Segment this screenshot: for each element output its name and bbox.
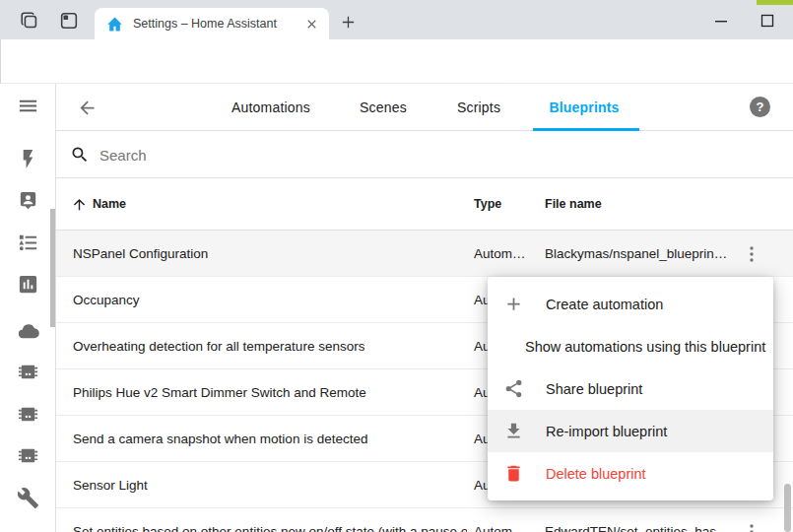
row-menu-icon[interactable] — [740, 242, 763, 266]
tab-title: Settings – Home Assistant — [133, 17, 304, 31]
blueprint-context-menu: Create automation Show automations using… — [488, 277, 773, 500]
tab-automations[interactable]: Automations — [231, 84, 310, 131]
menu-item-create-automation[interactable]: Create automation — [488, 283, 773, 325]
row-name: Sensor Light — [73, 462, 148, 508]
person-badge-icon[interactable] — [17, 189, 39, 212]
lightning-icon[interactable] — [17, 148, 39, 170]
menu-item-show-automations[interactable]: Show automations using this blueprint — [488, 325, 773, 367]
menu-item-share-blueprint[interactable]: Share blueprint — [488, 367, 773, 410]
maximize-icon[interactable] — [759, 12, 776, 30]
download-icon — [503, 421, 524, 441]
row-name: Occupancy — [73, 277, 140, 323]
menu-item-label: Re-import blueprint — [546, 424, 667, 439]
tab-scenes[interactable]: Scenes — [360, 84, 407, 131]
row-name: Philips Hue v2 Smart Dimmer Switch and R… — [73, 369, 366, 416]
tab-scripts[interactable]: Scripts — [457, 84, 500, 131]
sidebar-scrollbar[interactable] — [50, 209, 55, 327]
menu-item-label: Delete blueprint — [546, 466, 646, 482]
new-tab-icon[interactable] — [340, 14, 362, 35]
menu-item-label: Share blueprint — [546, 381, 642, 397]
menu-item-reimport-blueprint[interactable]: Re-import blueprint — [488, 410, 773, 452]
help-button[interactable]: ? — [750, 97, 770, 117]
desktop-edge-strip — [757, 0, 793, 5]
table-row[interactable]: Set entities based on other entities new… — [56, 508, 793, 532]
row-file: EdwardTEN/set_entities_bas… — [545, 508, 730, 532]
table-row[interactable]: NSPanel Configuration Autom… Blackymas/n… — [56, 231, 793, 277]
browser-tab[interactable]: Settings – Home Assistant — [95, 8, 329, 39]
menu-item-delete-blueprint[interactable]: Delete blueprint — [488, 452, 773, 495]
chip-icon[interactable] — [17, 444, 39, 467]
column-header-file[interactable]: File name — [545, 178, 602, 231]
bulleted-list-icon[interactable] — [17, 232, 39, 254]
browser-titlebar: Settings – Home Assistant — [0, 0, 793, 39]
chip-icon[interactable] — [17, 361, 39, 383]
search-input[interactable] — [99, 139, 740, 170]
plus-icon — [503, 294, 524, 314]
workspaces-icon[interactable] — [19, 10, 40, 32]
minimize-icon[interactable] — [712, 12, 730, 30]
table-header: Name Type File name — [56, 178, 793, 231]
hamburger-icon[interactable] — [17, 95, 39, 117]
row-type: Autom… — [474, 231, 526, 277]
row-type: Autom… — [474, 508, 526, 532]
search-bar — [56, 131, 793, 178]
row-name: NSPanel Configuration — [73, 231, 208, 277]
menu-item-label: Create automation — [546, 297, 663, 312]
tab-actions-icon[interactable] — [58, 10, 80, 32]
share-icon — [503, 378, 524, 399]
close-tab-icon[interactable] — [304, 17, 319, 32]
bar-chart-icon[interactable] — [17, 273, 39, 296]
row-name: Overheating detection for all temperatur… — [73, 323, 364, 369]
wrench-icon[interactable] — [17, 487, 39, 509]
row-file: Blackymas/nspanel_blueprin… — [545, 231, 727, 277]
row-name: Set entities based on other entities new… — [73, 508, 467, 532]
sort-arrow-icon[interactable] — [71, 196, 88, 213]
browser-window: Settings – Home Assistant — [0, 0, 793, 532]
row-name: Send a camera snapshot when motion is de… — [73, 416, 367, 462]
cloud-icon[interactable] — [17, 319, 39, 342]
trash-icon — [503, 463, 524, 484]
page-scrollbar[interactable] — [784, 484, 791, 532]
column-header-type[interactable]: Type — [474, 178, 501, 231]
home-assistant-favicon — [106, 16, 123, 33]
search-icon — [70, 145, 90, 165]
row-menu-icon[interactable] — [740, 520, 763, 532]
browser-toolbar: Not secure homeassistant.local:8123/... — [0, 39, 793, 84]
chip-icon[interactable] — [17, 403, 39, 426]
menu-item-label: Show automations using this blueprint — [525, 339, 765, 355]
column-header-name[interactable]: Name — [93, 178, 126, 231]
tab-blueprints[interactable]: Blueprints — [549, 84, 619, 131]
ha-header: Automations Scenes Scripts Blueprints ? — [56, 84, 793, 131]
ha-sidebar — [0, 84, 56, 532]
back-arrow-icon[interactable] — [77, 98, 98, 118]
